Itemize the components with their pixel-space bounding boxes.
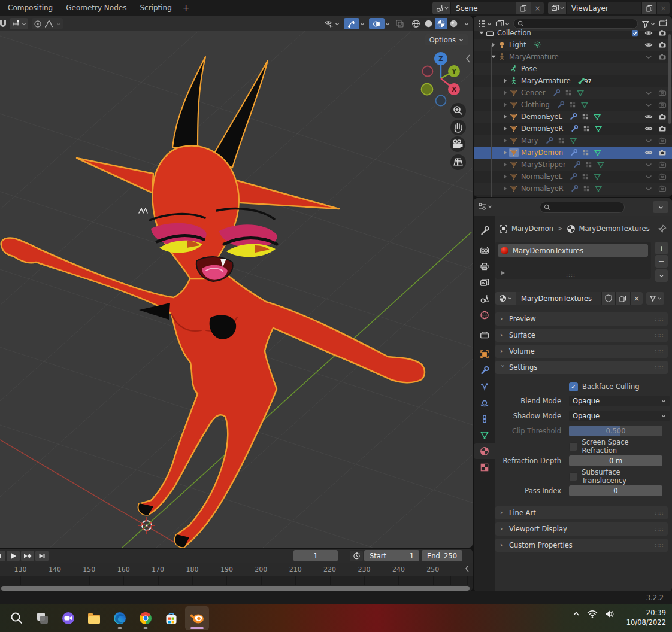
outliner-row-maryarmature[interactable]: MaryArmature97 — [474, 75, 672, 87]
screen-space-refraction-checkbox[interactable] — [569, 442, 577, 451]
viewlayer-remove-icon[interactable]: × — [656, 2, 670, 14]
properties-tab-collection[interactable] — [474, 327, 495, 342]
material-slot[interactable]: MaryDemonTextures — [498, 244, 648, 257]
gizmo-neg-z[interactable] — [436, 96, 446, 106]
viewlayer-icon[interactable] — [548, 2, 566, 14]
falloff-dropdown-icon[interactable] — [56, 22, 61, 26]
eye-closed-icon[interactable] — [644, 136, 653, 145]
eye-icon[interactable] — [644, 112, 653, 121]
panel-line-art[interactable]: ›Line Art∷∷ — [495, 506, 668, 519]
vertex-group-icon[interactable] — [581, 148, 591, 157]
fake-user-shield-icon[interactable] — [602, 292, 616, 305]
scene-selector[interactable]: Scene × — [432, 2, 544, 14]
volume-icon[interactable] — [604, 610, 615, 620]
wrench-icon[interactable] — [570, 184, 579, 193]
pin-icon[interactable] — [658, 224, 667, 233]
shading-dropdown-icon[interactable] — [464, 22, 469, 26]
tray-chevron-icon[interactable] — [572, 610, 580, 620]
camera-view-button[interactable] — [450, 136, 465, 152]
mesh-data-icon[interactable] — [596, 160, 606, 169]
mesh-data-icon[interactable] — [593, 148, 603, 157]
visibility-dropdown-icon[interactable] — [335, 22, 340, 26]
falloff-curve-icon[interactable] — [44, 20, 54, 28]
wrench-icon[interactable] — [570, 124, 579, 133]
workspace-tab-compositing[interactable]: Compositing — [1, 0, 59, 16]
mesh-data-icon[interactable] — [568, 136, 578, 145]
taskbar-task-view-icon[interactable] — [31, 606, 55, 630]
mesh-data-icon[interactable] — [592, 172, 602, 181]
mesh-data-icon[interactable] — [594, 184, 603, 193]
frame-start-field[interactable]: Start1 — [364, 550, 419, 561]
camera-x-icon[interactable] — [658, 184, 667, 193]
ortho-grid-button[interactable] — [450, 154, 466, 170]
wrench-icon[interactable] — [544, 136, 554, 145]
character-marydemon[interactable] — [1, 57, 425, 547]
outliner-row-maryarmature[interactable]: MaryArmature — [474, 51, 672, 63]
timeline-ruler[interactable]: 130140150160170180190200210220230240250 — [0, 563, 473, 576]
wifi-icon[interactable] — [587, 610, 598, 620]
disclosure-open-icon[interactable] — [477, 28, 485, 38]
wrench-icon[interactable] — [552, 88, 561, 98]
overlays-dropdown-icon[interactable] — [385, 22, 390, 26]
outliner-row-light[interactable]: Light — [474, 39, 672, 51]
options-button[interactable]: Options — [425, 34, 468, 45]
play-button[interactable] — [7, 551, 20, 561]
new-material-copy-icon[interactable] — [616, 292, 631, 305]
viewlayer-copy-icon[interactable] — [641, 2, 656, 14]
remove-slot-button[interactable]: − — [655, 255, 668, 268]
panel-viewport-display[interactable]: ›Viewport Display∷∷ — [495, 522, 668, 536]
panel-custom-properties[interactable]: ›Custom Properties∷∷ — [495, 539, 668, 552]
panel-surface[interactable]: ›Surface∷∷ — [495, 329, 668, 342]
breadcrumb-material[interactable]: MaryDemonTextures — [579, 224, 650, 233]
stopwatch-icon[interactable] — [350, 551, 363, 561]
disclosure-open-icon[interactable] — [489, 52, 497, 62]
object-icon[interactable] — [499, 224, 508, 233]
add-slot-button[interactable]: + — [655, 242, 668, 254]
taskbar-blender-icon[interactable] — [185, 606, 209, 630]
disclosure-closed-icon[interactable] — [489, 40, 497, 50]
jump-prev-keyframe-button[interactable] — [0, 551, 5, 561]
mesh-data-icon[interactable] — [576, 88, 585, 98]
eye-icon[interactable] — [644, 28, 653, 38]
camera-icon[interactable] — [658, 40, 667, 50]
panel-settings[interactable]: ›Settings∷∷ — [495, 361, 668, 374]
camera-icon[interactable] — [658, 52, 667, 62]
camera-icon[interactable] — [658, 124, 667, 133]
viewport-canvas[interactable]: Z Y X — [0, 16, 473, 548]
properties-tab-output[interactable] — [474, 259, 495, 274]
taskbar-edge-icon[interactable] — [108, 606, 132, 630]
properties-tab-world[interactable] — [474, 307, 495, 323]
properties-tab-particles[interactable] — [474, 379, 495, 394]
resize-grip[interactable]: :::: — [566, 272, 576, 278]
timeline-collapse-icon[interactable] — [464, 564, 470, 573]
snap-magnet-icon[interactable] — [0, 19, 6, 29]
outliner-row-clothing[interactable]: Clothing — [474, 99, 672, 111]
mesh-data-icon[interactable] — [592, 112, 602, 121]
outliner-row-normaleyel[interactable]: NormalEyeL — [474, 171, 672, 183]
eye-closed-icon[interactable] — [644, 184, 653, 193]
camera-x-icon[interactable] — [658, 172, 667, 181]
eye-closed-icon[interactable] — [644, 52, 653, 62]
taskbar-chat-icon[interactable] — [56, 606, 80, 630]
sun-icon[interactable] — [532, 40, 542, 50]
wrench-icon[interactable] — [568, 172, 578, 181]
frame-end-field[interactable]: End250 — [422, 550, 462, 561]
properties-tab-render[interactable] — [474, 242, 495, 258]
viewport-3d[interactable]: Z Y X — [0, 16, 473, 548]
sidebar-collapse-icon[interactable] — [467, 55, 470, 62]
camera-icon[interactable] — [658, 112, 667, 121]
scene-name[interactable]: Scene — [450, 2, 516, 14]
workspace-tab-scripting[interactable]: Scripting — [133, 0, 178, 16]
current-frame-field[interactable]: 1 — [293, 550, 338, 561]
proportional-editing-group[interactable] — [32, 18, 63, 29]
eye-icon[interactable] — [644, 124, 653, 133]
gizmo-neg-x[interactable] — [423, 66, 433, 77]
panel-volume[interactable]: ›Volume∷∷ — [495, 345, 668, 358]
outliner-row-pose[interactable]: Pose — [474, 63, 672, 75]
xray-toggle[interactable] — [394, 18, 405, 29]
outliner-row-collection[interactable]: Collection — [474, 27, 672, 39]
clip-threshold-slider[interactable]: 0.500 — [569, 426, 662, 436]
scene-unlink-icon[interactable]: × — [531, 2, 544, 14]
outliner-row-cencer[interactable]: Cencer — [474, 87, 672, 99]
camera-icon[interactable] — [658, 28, 667, 38]
